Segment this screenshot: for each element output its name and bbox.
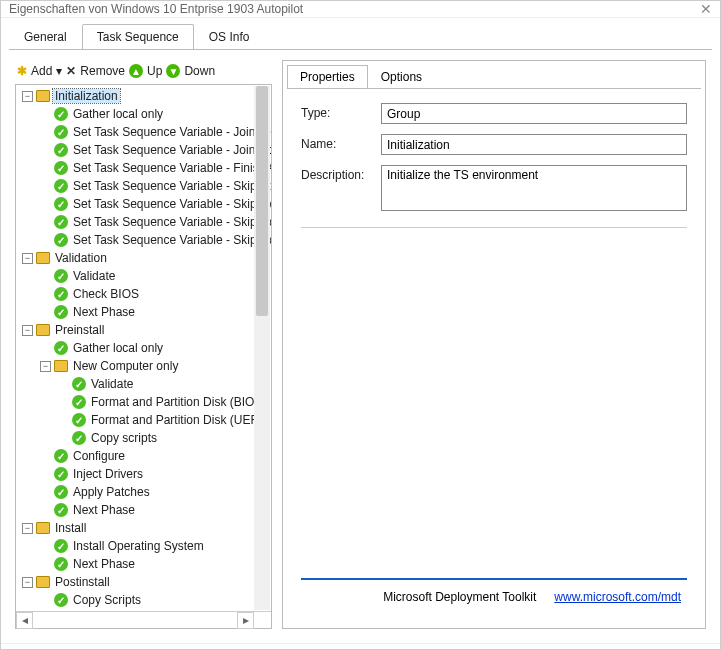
folder-icon bbox=[36, 576, 50, 588]
check-icon: ✓ bbox=[54, 233, 68, 247]
expander-icon[interactable]: − bbox=[22, 577, 33, 588]
remove-button[interactable]: ✕ Remove bbox=[66, 64, 125, 78]
tree-item[interactable]: ✓Set Task Sequence Variable - FinishActi… bbox=[16, 159, 271, 177]
tree-item[interactable]: −Install bbox=[16, 519, 271, 537]
tree-item[interactable]: ✓Format and Partition Disk (BIOS) bbox=[16, 393, 271, 411]
expander-icon[interactable]: − bbox=[22, 91, 33, 102]
expander-icon[interactable]: − bbox=[22, 523, 33, 534]
tree-item[interactable]: −Preinstall bbox=[16, 321, 271, 339]
check-icon: ✓ bbox=[54, 593, 68, 607]
tree-item[interactable]: −Postinstall bbox=[16, 573, 271, 591]
tree-item-label: Set Task Sequence Variable - FinishActio… bbox=[71, 161, 271, 175]
tree-item-label: Copy Scripts bbox=[71, 593, 143, 607]
tab-os-info[interactable]: OS Info bbox=[194, 24, 265, 50]
scroll-right-icon[interactable]: ▸ bbox=[237, 612, 254, 629]
tree-item[interactable]: ✓Configure bbox=[16, 447, 271, 465]
tab-task-sequence[interactable]: Task Sequence bbox=[82, 24, 194, 50]
check-icon: ✓ bbox=[54, 107, 68, 121]
scroll-left-icon[interactable]: ◂ bbox=[16, 612, 33, 629]
tree-item[interactable]: ✓Format and Partition Disk (UEFI) bbox=[16, 411, 271, 429]
tree-item-label: Inject Drivers bbox=[71, 467, 145, 481]
tree-item[interactable]: ✓Next Phase bbox=[16, 303, 271, 321]
tree-item[interactable]: ✓Set Task Sequence Variable - SkipBitLoc… bbox=[16, 177, 271, 195]
tree-item-label: Install bbox=[53, 521, 88, 535]
check-icon: ✓ bbox=[54, 215, 68, 229]
tree-item-label: Gather local only bbox=[71, 341, 165, 355]
tree-item[interactable]: ✓Inject Drivers bbox=[16, 465, 271, 483]
tree-item-label: Set Task Sequence Variable - SkipDomainM… bbox=[71, 233, 271, 247]
scrollbar-vertical[interactable] bbox=[254, 86, 270, 610]
check-icon: ✓ bbox=[54, 161, 68, 175]
brand-link[interactable]: www.microsoft.com/mdt bbox=[554, 590, 681, 604]
check-icon: ✓ bbox=[54, 449, 68, 463]
window-title: Eigenschaften von Windows 10 Entprise 19… bbox=[9, 2, 303, 16]
tree-item-label: Validation bbox=[53, 251, 109, 265]
tree-item-label: Next Phase bbox=[71, 503, 137, 517]
tree-item[interactable]: ✓Next Phase bbox=[16, 555, 271, 573]
tree-item[interactable]: ✓Next Phase bbox=[16, 501, 271, 519]
tree-item[interactable]: ✓Check BIOS bbox=[16, 285, 271, 303]
name-field[interactable] bbox=[381, 134, 687, 155]
subtab-options[interactable]: Options bbox=[368, 65, 435, 89]
description-field[interactable] bbox=[381, 165, 687, 211]
scrollbar-horizontal[interactable]: ◂ ▸ bbox=[16, 611, 271, 628]
up-button[interactable]: ▲ Up bbox=[129, 64, 162, 78]
arrow-up-icon: ▲ bbox=[129, 64, 143, 78]
tree-item-label: Initialization bbox=[53, 89, 120, 103]
check-icon: ✓ bbox=[54, 485, 68, 499]
arrow-down-icon: ▼ bbox=[166, 64, 180, 78]
expander-icon[interactable]: − bbox=[22, 325, 33, 336]
tree-item[interactable]: ✓Copy scripts bbox=[16, 429, 271, 447]
down-button[interactable]: ▼ Down bbox=[166, 64, 215, 78]
check-icon: ✓ bbox=[54, 341, 68, 355]
tree-item[interactable]: ✓Validate bbox=[16, 375, 271, 393]
tree-item[interactable]: ✓Apply Patches bbox=[16, 483, 271, 501]
chevron-down-icon: ▾ bbox=[56, 64, 62, 78]
check-icon: ✓ bbox=[54, 197, 68, 211]
tree-item[interactable]: ✓Set Task Sequence Variable - SkipDomain… bbox=[16, 231, 271, 249]
tab-general[interactable]: General bbox=[9, 24, 82, 50]
tree-item-label: Format and Partition Disk (BIOS) bbox=[89, 395, 268, 409]
remove-icon: ✕ bbox=[66, 64, 76, 78]
tree-item[interactable]: ✓Gather local only bbox=[16, 339, 271, 357]
check-icon: ✓ bbox=[54, 503, 68, 517]
tree-item[interactable]: −Validation bbox=[16, 249, 271, 267]
folder-icon bbox=[36, 522, 50, 534]
folder-icon bbox=[36, 252, 50, 264]
tree-item-label: Format and Partition Disk (UEFI) bbox=[89, 413, 267, 427]
expander-icon[interactable]: − bbox=[22, 253, 33, 264]
tree-item[interactable]: ✓Set Task Sequence Variable - SkipApplic… bbox=[16, 195, 271, 213]
close-icon[interactable]: ✕ bbox=[700, 1, 712, 17]
tree-item-label: Next Phase bbox=[71, 557, 137, 571]
tree-item[interactable]: ✓Set Task Sequence Variable - SkipComput… bbox=[16, 213, 271, 231]
subtab-properties[interactable]: Properties bbox=[287, 65, 368, 89]
folder-icon bbox=[36, 324, 50, 336]
check-icon: ✓ bbox=[54, 269, 68, 283]
check-icon: ✓ bbox=[54, 287, 68, 301]
tree-item-label: Set Task Sequence Variable - JoinDomain bbox=[71, 125, 271, 139]
tree-item[interactable]: ✓Set Task Sequence Variable - JoinDomain bbox=[16, 123, 271, 141]
type-field bbox=[381, 103, 687, 124]
check-icon: ✓ bbox=[72, 413, 86, 427]
tree-item[interactable]: ✓Copy Scripts bbox=[16, 591, 271, 609]
tree-item[interactable]: ✓Gather local only bbox=[16, 105, 271, 123]
tree-item-label: Set Task Sequence Variable - JoinWorkgro… bbox=[71, 143, 271, 157]
check-icon: ✓ bbox=[72, 377, 86, 391]
name-label: Name: bbox=[301, 134, 381, 151]
tree-item[interactable]: −Initialization bbox=[16, 87, 271, 105]
tree-item[interactable]: −New Computer only bbox=[16, 357, 271, 375]
add-button[interactable]: ✱ Add ▾ bbox=[17, 64, 62, 78]
check-icon: ✓ bbox=[72, 431, 86, 445]
tree-item-label: Validate bbox=[89, 377, 135, 391]
description-label: Description: bbox=[301, 165, 381, 182]
check-icon: ✓ bbox=[54, 143, 68, 157]
tree-item-label: New Computer only bbox=[71, 359, 180, 373]
expander-icon[interactable]: − bbox=[40, 361, 51, 372]
tree-item[interactable]: ✓Validate bbox=[16, 267, 271, 285]
tree-item[interactable]: ✓Install Operating System bbox=[16, 537, 271, 555]
tree-item-label: Gather local only bbox=[71, 107, 165, 121]
tree-item[interactable]: ✓Set Task Sequence Variable - JoinWorkgr… bbox=[16, 141, 271, 159]
task-sequence-tree[interactable]: −Initialization✓Gather local only✓Set Ta… bbox=[16, 85, 271, 611]
check-icon: ✓ bbox=[54, 305, 68, 319]
folder-icon bbox=[54, 360, 68, 372]
